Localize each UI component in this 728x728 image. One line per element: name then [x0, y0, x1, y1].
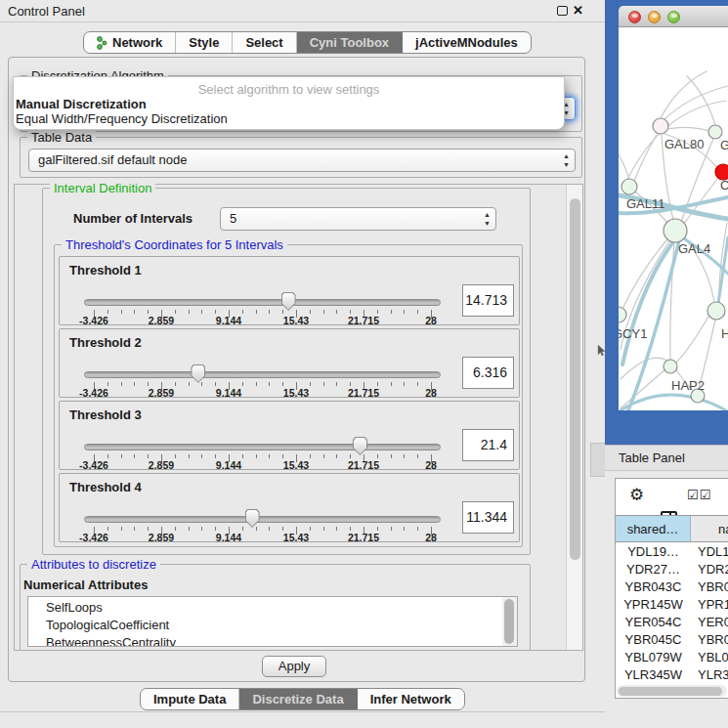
- slider-thumb[interactable]: [353, 437, 367, 455]
- network-node[interactable]: [619, 307, 626, 322]
- table-row[interactable]: YBL079WYBL0: [616, 649, 728, 666]
- close-panel-icon[interactable]: ✕: [573, 3, 583, 18]
- network-edge[interactable]: [667, 127, 709, 131]
- tab-label: Style: [189, 35, 219, 50]
- zoom-light-icon[interactable]: [667, 11, 680, 23]
- column-header-shared-[interactable]: shared…: [616, 516, 691, 542]
- slider-track[interactable]: [84, 516, 441, 523]
- table-hscrollbar-thumb[interactable]: [619, 687, 722, 696]
- tab-infer-network[interactable]: Infer Network: [358, 689, 464, 709]
- gear-icon[interactable]: ⚙: [629, 485, 644, 505]
- tick-label: 9.144: [216, 532, 241, 543]
- network-node[interactable]: [707, 302, 725, 320]
- tab-select[interactable]: Select: [233, 32, 296, 53]
- slider-track[interactable]: [84, 444, 441, 450]
- network-node[interactable]: [664, 219, 687, 242]
- network-node-label-gal80: GAL80: [664, 137, 704, 151]
- attributes-list[interactable]: SelfLoopsTopologicalCoefficientBetweenne…: [27, 596, 518, 647]
- slider-thumb[interactable]: [281, 292, 296, 311]
- network-node-label-gal11: GAL11: [626, 196, 665, 211]
- table-cell: YBL0: [691, 649, 728, 666]
- tab-label: Infer Network: [370, 692, 451, 707]
- tab-cyni-toolbox[interactable]: Cyni Toolbox: [297, 32, 403, 53]
- network-node[interactable]: [664, 360, 677, 373]
- attr-item-selfloops[interactable]: SelfLoops: [28, 599, 517, 617]
- threshold-value-field[interactable]: 6.316: [462, 357, 514, 389]
- network-node-label-gcy1: GCY1: [619, 326, 647, 341]
- network-edge-thick[interactable]: [621, 395, 726, 410]
- table-cell: YDR27…: [616, 561, 691, 578]
- network-edge[interactable]: [634, 135, 657, 181]
- tab-impute-data[interactable]: Impute Data: [141, 689, 239, 709]
- slider-thumb[interactable]: [191, 364, 205, 383]
- threshold-value-field[interactable]: 14.713: [462, 284, 514, 317]
- table-data-combo[interactable]: galFiltered.sif default node ▲▼: [28, 149, 576, 172]
- table-cell: YDR2: [691, 561, 728, 578]
- network-node[interactable]: [653, 118, 668, 134]
- tab-discretize-data[interactable]: Discretize Data: [239, 689, 357, 709]
- table-data-group-title: Table Data: [27, 130, 96, 145]
- settings-scrollbar-track[interactable]: [566, 185, 582, 650]
- slider-track[interactable]: [84, 371, 441, 378]
- tab-network[interactable]: Network: [84, 32, 176, 53]
- threshold-value-field[interactable]: 21.4: [462, 429, 514, 461]
- table-row[interactable]: YER054CYER0: [616, 614, 728, 631]
- panel-splitter[interactable]: [590, 443, 606, 477]
- table-row[interactable]: YPR145WYPR1: [616, 596, 728, 614]
- apply-button[interactable]: Apply: [262, 656, 326, 677]
- network-window-titlebar[interactable]: [619, 6, 728, 27]
- slider-thumb-face: [354, 438, 366, 454]
- network-edge[interactable]: [664, 86, 728, 120]
- attr-item-betweennesscentrality[interactable]: BetweennessCentrality: [28, 634, 517, 647]
- dropdown-option-equal-width-frequency-discretization[interactable]: Equal Width/Frequency Discretization: [14, 111, 564, 126]
- network-node[interactable]: [621, 179, 637, 194]
- minimize-light-icon[interactable]: [648, 11, 661, 23]
- slider-track[interactable]: [84, 299, 441, 306]
- num-intervals-combo[interactable]: 5 ▲▼: [220, 207, 496, 231]
- network-canvas[interactable]: GAL80GACGAL11GAL4GCY1HHAP2: [619, 27, 728, 410]
- table-hscrollbar-track[interactable]: [617, 685, 727, 697]
- tick-label: -3.426: [79, 315, 108, 326]
- table-cell: YLR3: [691, 666, 728, 684]
- close-light-icon[interactable]: [628, 11, 641, 23]
- table-row[interactable]: YBR043CYBR0: [616, 578, 728, 596]
- tab-jactivemnodules[interactable]: jActiveMNodules: [403, 32, 531, 53]
- attributes-scrollbar-thumb[interactable]: [504, 599, 514, 644]
- tick-label: -3.426: [79, 387, 108, 399]
- threshold-value-field[interactable]: 11.344: [462, 501, 514, 534]
- tick-label: 28: [425, 387, 437, 399]
- tick-label: 2.859: [149, 315, 174, 326]
- attributes-scrollbar-track[interactable]: [502, 597, 517, 646]
- tab-label: Cyni Toolbox: [310, 35, 389, 50]
- table-cell: YPR1: [691, 596, 728, 614]
- network-icon: [97, 36, 107, 50]
- table-row[interactable]: YLR345WYLR3: [616, 666, 728, 684]
- network-node-label-c: C: [720, 178, 728, 193]
- float-panel-icon[interactable]: [557, 6, 568, 16]
- network-node[interactable]: [708, 125, 722, 139]
- settings-scrollbar-thumb[interactable]: [570, 198, 580, 560]
- network-edge[interactable]: [676, 317, 708, 363]
- table-row[interactable]: YDR27…YDR2: [616, 561, 728, 578]
- table-row[interactable]: YDL19…YDL1: [616, 543, 728, 561]
- slider-tick-labels: -3.4262.8599.14415.4321.71528: [94, 387, 431, 399]
- table-cell: YDL1: [691, 543, 728, 561]
- network-edge[interactable]: [622, 239, 667, 309]
- control-panel-title: Control Panel: [8, 4, 85, 19]
- slider-thumb[interactable]: [245, 509, 260, 528]
- tab-label: Discretize Data: [252, 692, 343, 707]
- dropdown-option-manual-discretization[interactable]: Manual Discretization: [14, 97, 564, 111]
- column-header-na[interactable]: na: [691, 516, 728, 542]
- network-edge[interactable]: [661, 71, 707, 118]
- table-data-combo-value: galFiltered.sif default node: [38, 152, 187, 167]
- tick-label: 21.715: [348, 532, 379, 543]
- network-edge[interactable]: [619, 154, 629, 179]
- tick-label: 15.43: [283, 387, 309, 399]
- attr-item-topologicalcoefficient[interactable]: TopologicalCoefficient: [28, 617, 517, 634]
- threshold-box-2: Threshold 2-3.4262.8599.14415.4321.71528…: [59, 328, 520, 398]
- tick-label: 21.715: [348, 459, 379, 471]
- tab-style[interactable]: Style: [176, 32, 233, 53]
- checkbox-columns-icon[interactable]: ☑☑: [687, 488, 711, 502]
- table-row[interactable]: YBR045CYBR0: [616, 631, 728, 649]
- slider-tick-labels: -3.4262.8599.14415.4321.71528: [94, 532, 431, 543]
